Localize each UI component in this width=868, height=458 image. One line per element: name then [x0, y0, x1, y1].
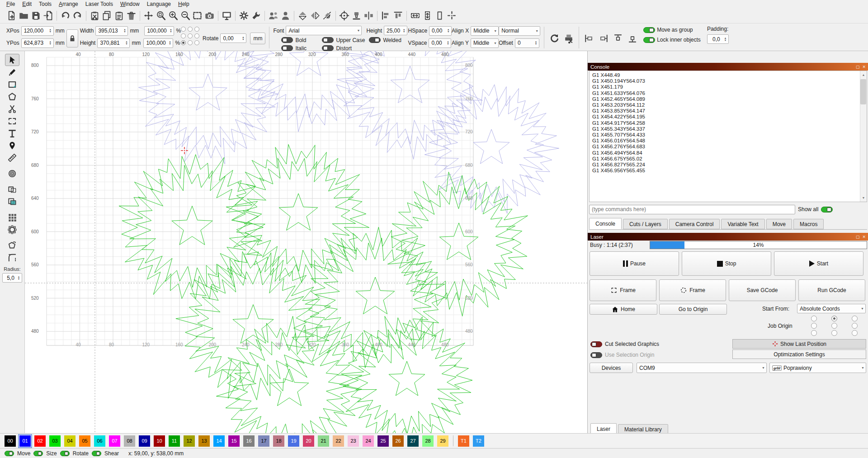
draw-lines-tool[interactable]	[5, 66, 19, 78]
anchor-point-2[interactable]	[194, 27, 199, 32]
layer-color-21[interactable]: 21	[318, 435, 329, 447]
pan-icon[interactable]	[142, 9, 155, 22]
layer-color-25[interactable]: 25	[377, 435, 389, 447]
job-origin-selector[interactable]	[804, 316, 865, 337]
anchor-point-8[interactable]	[194, 40, 199, 45]
close-panel-icon[interactable]: ✕	[862, 65, 866, 69]
menu-language[interactable]: Language	[143, 0, 175, 8]
job-origin-8[interactable]	[852, 330, 858, 336]
menu-laser-tools[interactable]: Laser Tools	[82, 0, 117, 8]
height-input[interactable]: 370,881▲▼	[97, 38, 130, 48]
save-gcode-button[interactable]: Save GCode	[729, 279, 796, 301]
layer-color-10[interactable]: 10	[154, 435, 165, 447]
align-x-dropdown[interactable]: Middle▼	[471, 26, 499, 36]
console-command-input[interactable]	[589, 205, 795, 214]
menu-help[interactable]: Help	[175, 0, 193, 8]
circular-array-tool[interactable]	[5, 223, 19, 236]
layer-color-00[interactable]: 00	[5, 435, 16, 447]
layer-color-26[interactable]: 26	[392, 435, 404, 447]
show-last-position-button[interactable]: Show Last Position	[732, 339, 866, 349]
menu-window[interactable]: Window	[117, 0, 143, 8]
layer-color-07[interactable]: 07	[109, 435, 120, 447]
upper-case-toggle[interactable]	[322, 37, 334, 43]
radius-input[interactable]: 5,0▲▼	[2, 273, 22, 283]
xpos-input[interactable]: 120,000▲▼	[21, 26, 54, 36]
print-and-cut-icon[interactable]	[562, 33, 575, 44]
start-button[interactable]: Start	[774, 251, 863, 276]
boolean-shapes-tool[interactable]	[5, 195, 19, 208]
paste-icon[interactable]	[113, 9, 125, 22]
anchor-point-4[interactable]	[188, 33, 193, 38]
menu-edit[interactable]: Edit	[19, 0, 35, 8]
layer-color-23[interactable]: 23	[348, 435, 359, 447]
console-output[interactable]: G1 X448.49G1 X450.194Y564.073G1 X451.179…	[589, 71, 867, 202]
anchor-point-grid[interactable]	[181, 27, 201, 47]
preview-monitor-icon[interactable]	[221, 9, 233, 22]
scrollbar-thumb[interactable]	[860, 79, 866, 104]
bold-toggle[interactable]	[281, 37, 293, 43]
focus-laser-target-icon[interactable]	[338, 9, 350, 22]
width-input[interactable]: 395,013▲▼	[95, 26, 128, 36]
menu-tools[interactable]: Tools	[35, 0, 55, 8]
measure-tool[interactable]	[5, 151, 19, 164]
move-as-group-toggle[interactable]	[643, 27, 655, 33]
optimization-settings-button[interactable]: Optimization Settings	[732, 349, 866, 359]
layer-color-24[interactable]: 24	[363, 435, 374, 447]
anchor-point-1[interactable]	[188, 27, 193, 32]
scroll-up-icon[interactable]: ▲	[862, 71, 865, 79]
group-objects-icon[interactable]	[267, 9, 279, 22]
cut-icon[interactable]	[89, 9, 101, 22]
move-to-position-icon[interactable]	[446, 9, 458, 22]
make-same-height-icon[interactable]	[421, 9, 434, 22]
units-mm-button[interactable]: mm	[250, 33, 265, 44]
float-panel-icon[interactable]: ▢	[856, 235, 860, 239]
job-origin-3[interactable]	[811, 323, 817, 329]
flip-horizontal-icon[interactable]	[309, 9, 321, 22]
dock-top-icon[interactable]	[612, 33, 624, 44]
tab-variable-text[interactable]: Variable Text	[721, 219, 764, 229]
menu-file[interactable]: File	[3, 0, 19, 8]
refresh-layers-icon[interactable]	[548, 33, 561, 44]
job-origin-2[interactable]	[852, 316, 858, 321]
frame-rect-button[interactable]: Frame	[590, 279, 656, 301]
hspace-input[interactable]: 0,00▲▼	[429, 26, 452, 36]
console-scrollbar[interactable]: ▲▼	[860, 71, 867, 202]
stop-button[interactable]: Stop	[682, 251, 771, 276]
layer-color-14[interactable]: 14	[213, 435, 225, 447]
tab-cuts-layers[interactable]: Cuts / Layers	[623, 219, 668, 229]
width-pct-input[interactable]: 100,000▲▼	[144, 26, 174, 36]
goto-origin-button[interactable]: Go to Origin	[659, 304, 727, 315]
home-button[interactable]: Home	[590, 304, 657, 315]
layer-color-02[interactable]: 02	[34, 435, 46, 447]
scroll-down-icon[interactable]: ▼	[862, 194, 865, 202]
anchor-point-7[interactable]	[188, 40, 193, 45]
port-dropdown[interactable]: COM9▼	[637, 363, 767, 373]
offset-spiral-tool[interactable]	[5, 167, 19, 179]
layer-color-09[interactable]: 09	[139, 435, 150, 447]
radius-corner-tool[interactable]	[5, 251, 19, 264]
move-toggle[interactable]	[5, 451, 14, 456]
layer-color-08[interactable]: 08	[124, 435, 135, 447]
frame-circle-button[interactable]: Frame	[659, 279, 726, 301]
distort-toggle[interactable]	[322, 45, 334, 51]
font-height-input[interactable]: 25,00▲▼	[384, 26, 407, 35]
save-icon[interactable]	[30, 9, 42, 22]
dock-right-icon[interactable]	[597, 33, 610, 44]
job-origin-6[interactable]	[811, 330, 817, 336]
anchor-point-3[interactable]	[181, 33, 186, 38]
offset-input[interactable]: 0▲▼	[515, 38, 539, 48]
lock-inner-objects-toggle[interactable]	[643, 37, 655, 43]
dock-position-icon[interactable]	[350, 9, 363, 22]
welded-toggle[interactable]	[369, 37, 381, 43]
redo-icon[interactable]	[71, 9, 84, 22]
align-horizontal-icon[interactable]	[363, 9, 375, 22]
float-panel-icon[interactable]: ▢	[856, 65, 860, 69]
file-new-icon[interactable]	[5, 9, 18, 22]
layer-color-T1[interactable]: T1	[458, 435, 469, 447]
flip-vertical-icon[interactable]	[297, 9, 309, 22]
use-selection-origin-toggle[interactable]	[590, 352, 602, 358]
job-origin-0[interactable]	[811, 316, 817, 321]
layer-color-18[interactable]: 18	[273, 435, 284, 447]
italic-toggle[interactable]	[281, 45, 293, 51]
anchor-point-6[interactable]	[181, 40, 186, 45]
